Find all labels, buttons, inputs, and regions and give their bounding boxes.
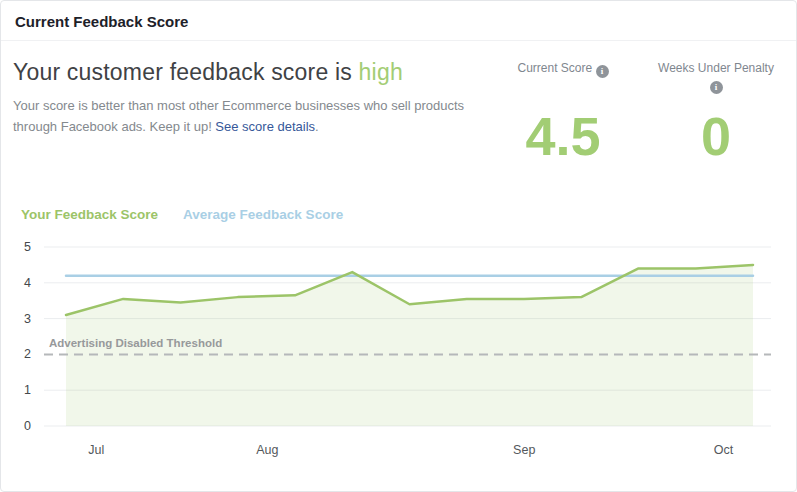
threshold-label: Advertising Disabled Threshold [49, 337, 222, 349]
weeks-under-penalty-label-area: Weeks Under Penalty i [641, 60, 791, 109]
current-score-stat: Current Score i 4.5 [489, 60, 637, 163]
legend-average-feedback-score[interactable]: Average Feedback Score [183, 207, 343, 222]
weeks-under-penalty-value: 0 [641, 109, 791, 163]
feedback-score-chart: Advertising Disabled Threshold012345JulA… [1, 237, 797, 477]
score-description: Your score is better than most other Eco… [13, 95, 475, 137]
headline-highlight: high [359, 59, 403, 85]
y-axis-tick-label: 1 [24, 383, 31, 397]
current-score-label-area: Current Score i [489, 60, 637, 109]
score-headline: Your customer feedback score is high [13, 59, 403, 86]
headline-text: Your customer feedback score is [13, 59, 359, 85]
weeks-under-penalty-label: Weeks Under Penalty [658, 61, 774, 75]
info-icon[interactable]: i [596, 65, 609, 78]
description-period: . [315, 119, 319, 134]
y-axis-tick-label: 4 [24, 276, 31, 290]
legend-your-feedback-score[interactable]: Your Feedback Score [21, 207, 158, 222]
y-axis-tick-label: 2 [24, 347, 31, 361]
current-score-label: Current Score [517, 61, 592, 75]
feedback-score-card: Current Feedback Score Your customer fee… [0, 0, 797, 492]
x-axis-tick-label: Jul [88, 443, 104, 457]
x-axis-tick-label: Oct [714, 443, 734, 457]
card-header: Current Feedback Score [1, 1, 796, 41]
x-axis-tick-label: Aug [256, 443, 278, 457]
y-axis-tick-label: 0 [24, 419, 31, 433]
weeks-under-penalty-stat: Weeks Under Penalty i 0 [641, 60, 791, 163]
card-title: Current Feedback Score [15, 13, 188, 30]
current-score-value: 4.5 [489, 109, 637, 163]
y-axis-tick-label: 5 [24, 240, 31, 254]
y-axis-tick-label: 3 [24, 312, 31, 326]
see-score-details-link[interactable]: See score details [215, 119, 315, 134]
chart-legend: Your Feedback Score Average Feedback Sco… [21, 207, 368, 222]
x-axis-tick-label: Sep [513, 443, 535, 457]
info-icon[interactable]: i [710, 81, 723, 94]
